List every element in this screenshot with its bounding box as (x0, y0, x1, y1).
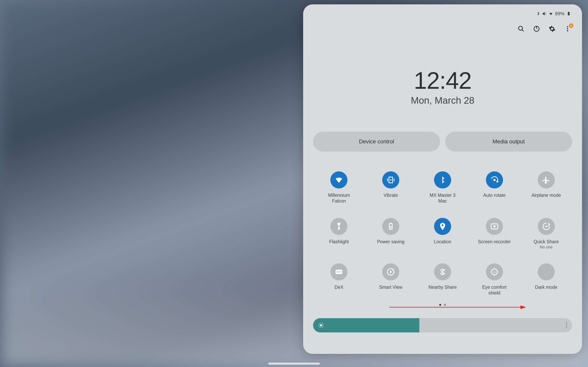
power-icon (533, 25, 540, 32)
svg-point-6 (567, 26, 568, 27)
svg-line-34 (319, 326, 320, 327)
svg-point-36 (566, 322, 567, 323)
svg-rect-0 (568, 12, 570, 16)
svg-line-3 (522, 30, 524, 31)
tile-location[interactable]: Location (417, 218, 469, 250)
tile-airplane[interactable]: Airplane mode (520, 171, 572, 204)
svg-point-20 (392, 269, 394, 270)
svg-rect-1 (568, 12, 569, 12)
tile-flashlight[interactable]: Flashlight (313, 218, 365, 250)
record-icon (486, 218, 503, 235)
tile-eyecomfort[interactable]: AEye comfort shield (468, 263, 520, 296)
tile-label: Auto rotate (483, 192, 506, 198)
svg-rect-12 (390, 223, 392, 223)
svg-point-13 (442, 224, 443, 226)
flashlight-icon (330, 218, 347, 235)
tile-vibrate[interactable]: Vibrate (365, 171, 417, 204)
rotate-icon (486, 171, 503, 188)
status-bar: 89% (313, 10, 572, 17)
tile-label: Power saving (377, 239, 404, 245)
power-button[interactable] (533, 25, 540, 33)
battery-icon (382, 218, 399, 235)
mute-status-icon (542, 11, 547, 16)
page-indicator (313, 304, 572, 306)
overflow-button[interactable]: N (564, 25, 571, 33)
clock-block: 12:42 Mon, March 28 (313, 67, 572, 106)
tile-dex[interactable]: DeXDeX (313, 263, 365, 296)
svg-text:A: A (494, 270, 496, 274)
quick-settings-panel: 89% N 12:42 Mon, March 28 Device control… (303, 4, 582, 354)
cast-icon (382, 263, 399, 280)
moon-icon (538, 263, 555, 280)
overflow-badge: N (569, 24, 573, 28)
vibrate-icon (382, 171, 399, 188)
brightness-icon (318, 322, 324, 328)
wifi-status-icon (549, 11, 553, 16)
svg-point-38 (566, 326, 567, 327)
svg-point-15 (493, 225, 496, 227)
tile-label: Airplane mode (531, 192, 561, 198)
more-vert-icon (566, 322, 567, 328)
svg-point-27 (320, 324, 322, 326)
tile-quickshare[interactable]: Quick ShareNo one (520, 218, 572, 250)
location-icon (434, 218, 451, 235)
bluetooth-status-icon (536, 11, 540, 16)
svg-point-7 (567, 28, 568, 29)
quick-tiles-grid: Millennium FalconVibrateMX Master 3 MacA… (313, 171, 572, 296)
svg-line-32 (319, 323, 320, 324)
page-dot (439, 304, 441, 306)
share-icon (538, 218, 555, 235)
tile-powersaving[interactable]: Power saving (365, 218, 417, 250)
bluetooth-icon (434, 171, 451, 188)
svg-point-9 (493, 179, 496, 181)
tile-label: Eye comfort shield (478, 284, 511, 296)
svg-line-33 (322, 326, 323, 327)
svg-point-8 (567, 30, 568, 31)
tile-label: Millennium Falcon (322, 192, 356, 204)
tile-label: Vibrate (384, 192, 398, 198)
tile-label: Location (434, 239, 451, 245)
tile-label: Nearby Share (428, 284, 457, 290)
tile-sublabel: No one (540, 245, 553, 250)
gear-icon (549, 25, 555, 32)
tile-autorotate[interactable]: Auto rotate (468, 171, 520, 204)
dex-icon: DeX (330, 263, 347, 280)
wifi-icon (330, 171, 347, 188)
svg-marker-19 (390, 270, 392, 274)
panel-toolbar: N (313, 25, 572, 33)
battery-percent: 89% (555, 11, 564, 17)
tile-bluetooth[interactable]: MX Master 3 Mac (417, 171, 469, 204)
svg-point-10 (338, 226, 340, 227)
tile-smartview[interactable]: Smart View (365, 263, 417, 296)
brightness-slider[interactable] (313, 318, 572, 333)
brightness-fill (313, 318, 419, 333)
tile-label: Dark mode (535, 284, 557, 290)
brightness-more-button[interactable] (566, 322, 567, 329)
tile-label: Quick Share (534, 239, 559, 245)
search-icon (518, 25, 524, 32)
battery-status-icon (567, 11, 571, 16)
tile-nearbyshare[interactable]: Nearby Share (417, 263, 469, 296)
clock-time: 12:42 (313, 67, 572, 94)
media-output-button[interactable]: Media output (445, 132, 572, 151)
clock-date: Mon, March 28 (313, 95, 572, 106)
tile-darkmode[interactable]: Dark mode (520, 263, 572, 296)
eye-icon: A (486, 263, 503, 280)
page-dot (444, 304, 446, 306)
tile-label: DeX (335, 284, 344, 290)
tile-label: Flashlight (329, 239, 349, 245)
device-control-button[interactable]: Device control (313, 132, 440, 151)
controls-row: Device control Media output (313, 132, 572, 151)
tile-wifi[interactable]: Millennium Falcon (313, 171, 365, 204)
settings-button[interactable] (549, 25, 555, 33)
tile-label: Smart View (379, 284, 403, 290)
svg-text:DeX: DeX (336, 270, 342, 273)
svg-point-37 (566, 324, 567, 325)
svg-line-35 (322, 323, 323, 324)
nav-handle[interactable] (268, 363, 320, 365)
tile-label: MX Master 3 Mac (426, 192, 460, 204)
search-button[interactable] (518, 25, 524, 33)
svg-point-2 (519, 26, 522, 30)
tile-screenrec[interactable]: Screen recorder (468, 218, 520, 250)
airplane-icon (538, 171, 555, 188)
